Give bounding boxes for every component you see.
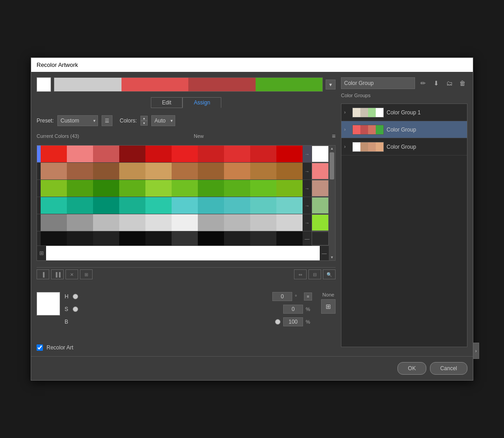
- tab-edit[interactable]: Edit: [151, 97, 183, 108]
- color-row[interactable]: →: [37, 163, 329, 180]
- swatch-dropdown[interactable]: ▼: [326, 80, 336, 89]
- color-cell: [41, 214, 67, 231]
- color-cell: [67, 163, 93, 179]
- cg-swatch-cell: [360, 125, 368, 134]
- row-arrow: —: [303, 236, 312, 241]
- color-cell: [145, 197, 172, 214]
- color-row[interactable]: →: [37, 197, 329, 214]
- grid-btn[interactable]: ⊟: [308, 269, 321, 279]
- color-group-name-input[interactable]: [341, 77, 415, 89]
- new-color-preview[interactable]: [312, 231, 329, 245]
- color-cell: [224, 163, 250, 179]
- white-color-strip: [46, 246, 320, 260]
- bars1-btn[interactable]: ▐: [37, 269, 49, 279]
- scroll-up-arrow[interactable]: ▲: [329, 146, 335, 151]
- color-cell: [224, 214, 250, 231]
- dialog-title: Recolor Artwork: [37, 61, 78, 68]
- right-panel-collapse-btn[interactable]: ›: [473, 343, 479, 359]
- color-cell: [41, 146, 67, 162]
- colors-select[interactable]: Auto 1 2 3: [151, 115, 175, 126]
- folder-icon-btn[interactable]: 🗂: [444, 78, 454, 89]
- scrollbar-thumb[interactable]: [330, 152, 334, 179]
- scroll-down-arrow[interactable]: ▼: [329, 254, 335, 260]
- save-color-group-btn[interactable]: ⬇: [431, 78, 441, 89]
- color-cell: [224, 146, 250, 162]
- color-cell: [93, 146, 119, 162]
- pencil-icon-btn[interactable]: ✏: [418, 78, 428, 89]
- h-slider[interactable]: [73, 294, 270, 299]
- color-cell: [250, 231, 276, 245]
- cg-swatch-cell: [368, 125, 376, 134]
- new-color-preview[interactable]: [312, 214, 329, 231]
- new-color-preview[interactable]: [312, 163, 329, 179]
- new-color-preview[interactable]: [312, 197, 329, 214]
- spinner-down[interactable]: ▼: [140, 121, 148, 126]
- color-group-item[interactable]: › Color Group: [341, 138, 467, 155]
- cg-expand-arrow[interactable]: ›: [344, 144, 350, 149]
- color-row-dark[interactable]: —: [37, 231, 329, 246]
- s-slider[interactable]: [73, 307, 280, 311]
- row-indicator: [37, 163, 41, 179]
- list-icon-btn[interactable]: ☰: [102, 115, 112, 126]
- color-rows-container: →: [37, 145, 336, 261]
- color-group-item[interactable]: › Color Group 1: [341, 104, 467, 121]
- color-cell: [93, 197, 119, 214]
- swatch-strip[interactable]: [54, 77, 323, 92]
- cg-swatch-cell: [353, 125, 360, 134]
- color-row[interactable]: →: [37, 180, 329, 197]
- row-arrow: →: [303, 169, 312, 174]
- cg-item-name: Color Group: [387, 144, 464, 150]
- color-cell: [276, 231, 303, 245]
- color-cell: [41, 180, 67, 197]
- h-value-input[interactable]: [272, 292, 292, 301]
- cg-swatch-cell: [360, 108, 368, 117]
- color-row-white[interactable]: ⊞ —: [37, 246, 329, 260]
- colors-select-wrapper: Auto 1 2 3 ▼: [151, 115, 175, 126]
- cg-swatch-cell: [368, 142, 376, 151]
- cross-btn[interactable]: ✕: [65, 269, 78, 279]
- new-color-preview[interactable]: [312, 146, 329, 162]
- row-colors: [41, 180, 303, 197]
- white-swatch[interactable]: [37, 77, 51, 92]
- ok-button[interactable]: OK: [397, 362, 426, 375]
- strip-item-4: [256, 78, 323, 91]
- h-label: H: [65, 293, 70, 300]
- preset-select[interactable]: Custom 1 Color Job 2 Color Job: [57, 115, 98, 126]
- color-cell: [119, 146, 145, 162]
- cancel-button[interactable]: Cancel: [430, 362, 467, 375]
- s-value-input[interactable]: [283, 305, 303, 314]
- hsb-mode-icon[interactable]: ≡: [304, 292, 312, 301]
- search-btn[interactable]: 🔍: [323, 269, 336, 279]
- bottom-controls: ▐ ▐▐ ✕ ⊞ ⇔ ⊟ 🔍: [37, 267, 336, 281]
- menu-icon[interactable]: ≡: [332, 132, 336, 140]
- color-cell: [67, 231, 93, 245]
- color-cell: [224, 180, 250, 197]
- b-slider[interactable]: [73, 320, 280, 324]
- b-value-input[interactable]: [283, 317, 303, 326]
- cg-expand-arrow[interactable]: ›: [344, 127, 350, 132]
- color-row[interactable]: →: [37, 146, 329, 163]
- cg-item-name: Color Group 1: [387, 109, 464, 116]
- color-table-header: Current Colors (43) New ≡: [37, 132, 336, 140]
- tab-assign[interactable]: Assign: [182, 97, 221, 108]
- none-grid-btn[interactable]: ⊞: [321, 299, 336, 314]
- recolor-artwork-dialog: Recolor Artwork ▼ Edit: [31, 57, 473, 381]
- new-label: New: [194, 133, 204, 139]
- plus-grid-btn[interactable]: ⊞: [80, 269, 93, 279]
- color-row[interactable]: →: [37, 214, 329, 231]
- title-bar: Recolor Artwork: [31, 58, 473, 72]
- color-cell: [172, 180, 198, 197]
- spinner-up[interactable]: ▲: [140, 116, 148, 121]
- trash-icon-btn[interactable]: 🗑: [457, 78, 467, 89]
- new-color-preview[interactable]: [312, 180, 329, 197]
- scrollbar[interactable]: ▲ ▼: [329, 146, 335, 260]
- color-cell: [250, 214, 276, 231]
- cg-expand-arrow[interactable]: ›: [344, 110, 350, 115]
- color-group-item[interactable]: › Color Group: [341, 121, 467, 138]
- recolor-art-label: Recolor Art: [47, 344, 73, 351]
- color-cell: [198, 197, 224, 214]
- recolor-art-checkbox[interactable]: [37, 344, 43, 351]
- row-colors: [41, 146, 303, 162]
- resize-btn[interactable]: ⇔: [294, 269, 307, 279]
- bars2-btn[interactable]: ▐▐: [51, 269, 64, 279]
